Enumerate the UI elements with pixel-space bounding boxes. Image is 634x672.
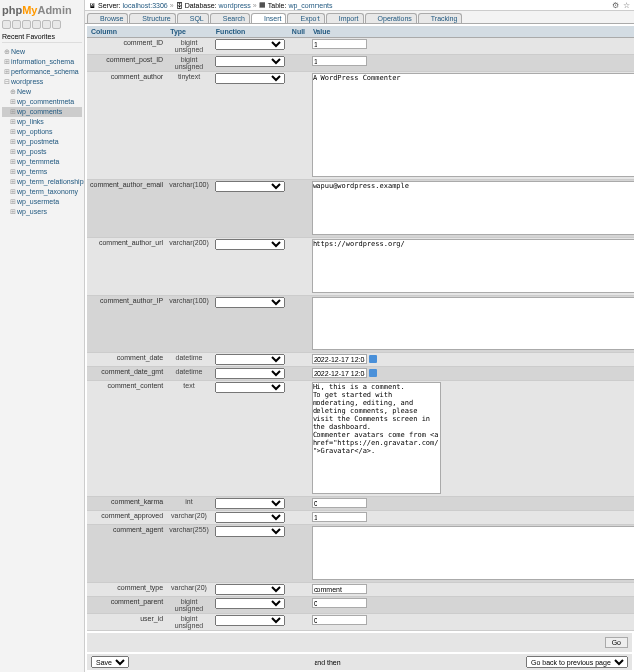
function-select[interactable]: [215, 498, 285, 509]
action-select[interactable]: Save: [91, 656, 129, 668]
logout-icon[interactable]: [12, 20, 21, 29]
column-name: comment_date_gmt: [87, 367, 166, 381]
tree-db-wordpress[interactable]: ⊟wordpress: [2, 77, 82, 87]
value-input[interactable]: [312, 598, 367, 608]
column-name: comment_karma: [87, 497, 166, 511]
function-select[interactable]: [215, 615, 285, 626]
value-textarea[interactable]: [312, 297, 634, 350]
star-icon[interactable]: ☆: [623, 1, 630, 10]
value-textarea[interactable]: [312, 526, 634, 580]
tree-table-wp_usermeta[interactable]: ⊞wp_usermeta: [2, 197, 82, 207]
null-cell: [288, 55, 309, 72]
null-cell: [288, 497, 309, 511]
content: Column Type Function Null Value comment_…: [85, 24, 634, 672]
field-row-comment_ID: comment_IDbigint unsigned: [87, 38, 634, 55]
function-select[interactable]: [215, 39, 285, 50]
tree-db-information-schema[interactable]: ⊞information_schema: [2, 57, 82, 67]
breadcrumb-table[interactable]: wp_comments: [288, 2, 332, 9]
tree-table-wp_comments[interactable]: ⊞wp_comments: [2, 107, 82, 117]
value-input[interactable]: [312, 39, 367, 49]
main: ⚙ ☆ 🖥 Server: localhost:3306 » 🗄 Databas…: [85, 0, 634, 672]
tree-db-performance-schema[interactable]: ⊞performance_schema: [2, 67, 82, 77]
top-right-icons: ⚙ ☆: [612, 1, 630, 10]
field-row-comment_date_gmt: comment_date_gmtdatetime: [87, 367, 634, 381]
column-type: varchar(200): [166, 238, 212, 296]
value-input[interactable]: [312, 512, 367, 522]
field-row-comment_author_IP: comment_author_IPvarchar(100): [87, 296, 634, 353]
null-cell: [288, 238, 309, 296]
after-action-select[interactable]: Go back to previous page: [526, 656, 628, 668]
value-textarea[interactable]: https://wordpress.org/: [312, 239, 634, 293]
function-select[interactable]: [215, 526, 285, 537]
tree-table-wp_term_relationships[interactable]: ⊞wp_term_relationships: [2, 177, 82, 187]
column-type: bigint unsigned: [166, 55, 212, 72]
tab-import[interactable]: Import: [326, 13, 364, 23]
tree-table-wp_terms[interactable]: ⊞wp_terms: [2, 167, 82, 177]
tab-tracking[interactable]: Tracking: [418, 13, 463, 23]
tab-operations[interactable]: Operations: [365, 13, 417, 23]
null-cell: [288, 180, 309, 238]
tree-table-wp_options[interactable]: ⊞wp_options: [2, 127, 82, 137]
value-input[interactable]: [312, 615, 367, 625]
recent-favorites[interactable]: Recent Favorites: [2, 31, 82, 43]
gear-icon[interactable]: ⚙: [612, 1, 619, 10]
docs-icon[interactable]: [22, 20, 31, 29]
tree-wp-new[interactable]: ⊕New: [2, 87, 82, 97]
column-type: tinytext: [166, 72, 212, 180]
tab-structure[interactable]: Structure: [129, 13, 175, 23]
column-type: varchar(20): [166, 511, 212, 525]
settings-icon[interactable]: [42, 20, 51, 29]
tab-insert[interactable]: Insert: [251, 13, 287, 23]
home-icon[interactable]: [2, 20, 11, 29]
tab-export[interactable]: Export: [287, 13, 324, 23]
value-input[interactable]: [312, 368, 367, 378]
value-input[interactable]: [312, 498, 367, 508]
value-input[interactable]: [312, 56, 367, 66]
function-select[interactable]: [215, 181, 285, 192]
tree-table-wp_links[interactable]: ⊞wp_links: [2, 117, 82, 127]
value-textarea[interactable]: Hi, this is a comment. To get started wi…: [312, 382, 441, 494]
reload-icon[interactable]: [52, 20, 61, 29]
calendar-icon[interactable]: [369, 369, 377, 377]
value-textarea[interactable]: A WordPress Commenter: [312, 73, 634, 177]
field-row-comment_content: comment_contenttextHi, this is a comment…: [87, 381, 634, 497]
go-button[interactable]: Go: [605, 637, 628, 648]
nav-tree: ⊕New ⊞information_schema ⊞performance_sc…: [2, 47, 82, 217]
function-select[interactable]: [215, 56, 285, 67]
tree-table-wp_term_taxonomy[interactable]: ⊞wp_term_taxonomy: [2, 187, 82, 197]
column-name: comment_author_IP: [87, 296, 166, 353]
tree-table-wp_users[interactable]: ⊞wp_users: [2, 207, 82, 217]
function-select[interactable]: [215, 239, 285, 250]
value-input[interactable]: [312, 354, 367, 364]
function-select[interactable]: [215, 512, 285, 523]
field-row-comment_date: comment_datedatetime: [87, 353, 634, 367]
function-select[interactable]: [215, 368, 285, 379]
function-select[interactable]: [215, 382, 285, 393]
function-select[interactable]: [215, 584, 285, 595]
calendar-icon[interactable]: [369, 355, 377, 363]
logo[interactable]: phpMyAdmin: [2, 2, 82, 18]
tab-sql[interactable]: SQL: [177, 13, 209, 23]
function-select[interactable]: [215, 354, 285, 365]
tree-table-wp_postmeta[interactable]: ⊞wp_postmeta: [2, 137, 82, 147]
value-textarea[interactable]: wapuu@wordpress.example: [312, 181, 634, 235]
function-select[interactable]: [215, 598, 285, 609]
function-select[interactable]: [215, 73, 285, 84]
action-row: Save and then Go back to previous page: [87, 654, 632, 670]
null-cell: [288, 367, 309, 381]
field-row-comment_author: comment_authortinytextA WordPress Commen…: [87, 72, 634, 180]
value-input[interactable]: [312, 584, 367, 594]
tab-search[interactable]: Search: [210, 13, 250, 23]
tree-table-wp_termmeta[interactable]: ⊞wp_termmeta: [2, 157, 82, 167]
function-select[interactable]: [215, 297, 285, 308]
breadcrumb-server[interactable]: localhost:3306: [123, 2, 168, 9]
tree-table-wp_posts[interactable]: ⊞wp_posts: [2, 147, 82, 157]
tab-browse[interactable]: Browse: [87, 13, 128, 23]
tree-new[interactable]: ⊕New: [2, 47, 82, 57]
breadcrumb-database[interactable]: wordpress: [219, 2, 251, 9]
null-cell: [288, 72, 309, 180]
column-type: varchar(255): [166, 525, 212, 583]
nav-icon[interactable]: [32, 20, 41, 29]
tree-table-wp_commentmeta[interactable]: ⊞wp_commentmeta: [2, 97, 82, 107]
column-type: datetime: [166, 367, 212, 381]
